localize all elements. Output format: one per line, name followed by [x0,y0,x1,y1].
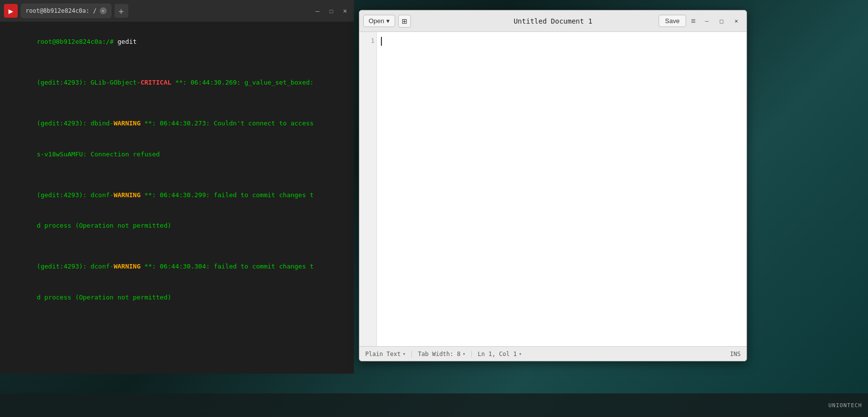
taskbar-right: UNIONTECH [828,402,862,409]
gedit-window: Open ▾ ⊞ Untitled Document 1 Save ≡ — □ [359,10,747,361]
gedit-titlebar: Open ▾ ⊞ Untitled Document 1 Save ≡ — □ [359,10,747,32]
gedit-text-input[interactable] [377,32,747,346]
taskbar-brand-label: UNIONTECH [828,402,862,409]
terminal-maximize-button[interactable]: ☐ [326,6,336,16]
gedit-insert-mode: INS [730,351,741,357]
terminal-new-tab-button[interactable]: + [115,4,128,18]
gedit-statusbar: Plain Text ▾ Tab Width: 8 ▾ Ln 1, Col 1 … [359,346,747,361]
terminal-line-warning-3b: d process (Operation not permitted) [6,282,348,313]
terminal-titlebar: ▶ root@8b912e824c0a: / × + — ☐ × [0,0,354,22]
gedit-plain-text-label: Plain Text [365,351,401,357]
gedit-save-button[interactable]: Save [659,15,686,27]
taskbar: UNIONTECH [0,393,868,417]
terminal-line-warning-1: (gedit:4293): dbind-WARNING **: 06:44:30… [6,108,348,139]
gedit-language-selector[interactable]: Plain Text ▾ [365,351,405,357]
gedit-close-button[interactable]: × [730,15,743,28]
terminal-window: ▶ root@8b912e824c0a: / × + — ☐ × [0,0,354,374]
terminal-line-blank-1 [6,57,348,67]
gedit-document-title: Untitled Document 1 [514,17,592,25]
gedit-window-controls: Save ≡ — □ × [659,15,743,28]
terminal-line-warning-1b: s-v18wSuAMFU: Connection refused [6,139,348,170]
gedit-ins-label: INS [730,351,741,357]
desktop: ▶ root@8b912e824c0a: / × + — ☐ × [0,0,868,417]
terminal-minimize-button[interactable]: — [313,6,322,16]
gedit-ln-col-label: Ln 1, Col 1 [478,351,517,357]
terminal-line-blank-3 [6,170,348,180]
gedit-editor-area: 1 [359,32,747,346]
status-separator-2 [471,351,472,357]
gedit-open-button[interactable]: Open ▾ [363,15,395,27]
gedit-new-tab-button[interactable]: ⊞ [398,15,411,28]
gedit-line-numbers: 1 [359,32,377,346]
terminal-line-warning-2b: d process (Operation not permitted) [6,210,348,241]
terminal-tab-close-button[interactable]: × [100,7,107,14]
terminal-line-warning-3: (gedit:4293): dconf-WARNING **: 06:44:30… [6,252,348,282]
status-separator-1 [411,351,412,357]
gedit-cursor-position[interactable]: Ln 1, Col 1 ▾ [478,351,522,357]
gedit-menu-button[interactable]: ≡ [688,16,698,27]
terminal-close-button[interactable]: × [340,6,350,16]
terminal-line-warning-2: (gedit:4293): dconf-WARNING **: 06:44:30… [6,180,348,210]
terminal-line-blank-4 [6,241,348,252]
gedit-tab-width-arrow: ▾ [463,351,465,357]
gedit-minimize-button[interactable]: — [700,15,713,28]
terminal-line-blank-2 [6,98,348,109]
terminal-logo-icon: ▶ [4,4,18,18]
terminal-line-prompt: root@8b912e824c0a:/# gedit [6,27,348,57]
gedit-language-arrow: ▾ [403,351,405,357]
gedit-maximize-button[interactable]: □ [715,15,728,28]
text-cursor [381,37,382,46]
terminal-tab-label: root@8b912e824c0a: / [26,7,97,14]
gedit-tab-width-selector[interactable]: Tab Width: 8 ▾ [418,351,465,357]
gedit-cursor-arrow: ▾ [519,351,522,357]
gedit-tab-width-label: Tab Width: 8 [418,351,461,357]
terminal-line-critical: (gedit:4293): GLib-GObject-CRITICAL **: … [6,67,348,98]
terminal-tab[interactable]: root@8b912e824c0a: / × [21,3,112,18]
line-number-1: 1 [361,36,375,46]
terminal-window-controls: — ☐ × [313,6,350,16]
terminal-output: root@8b912e824c0a:/# gedit (gedit:4293):… [0,22,354,374]
